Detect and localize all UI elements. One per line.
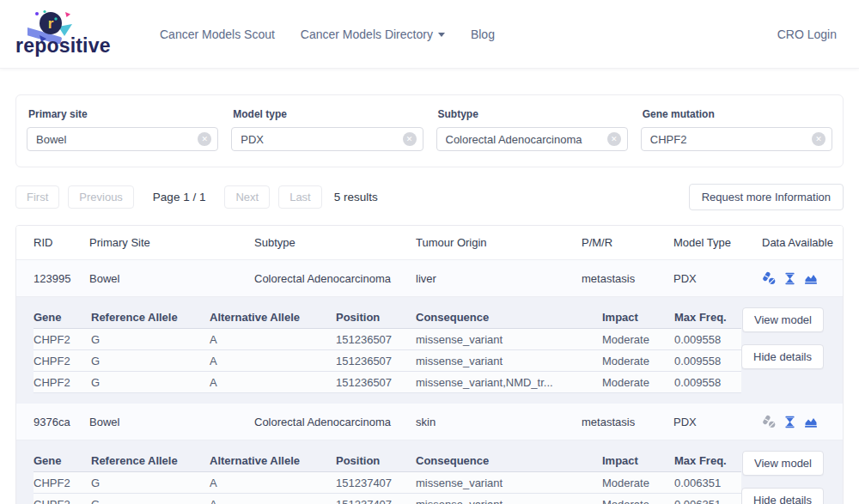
mut-col-gene: Gene — [34, 454, 91, 467]
model-type-input[interactable] — [231, 127, 423, 151]
clear-primary-site-icon[interactable]: ✕ — [198, 132, 211, 146]
mutation-details-123995: Gene Reference Allele Alternative Allele… — [16, 296, 843, 404]
mutation-row: CHPF2 G A 151237407 missense_variant Mod… — [34, 494, 741, 504]
cell-rid: 123995 — [34, 272, 89, 285]
mut-col-ref: Reference Allele — [91, 311, 210, 324]
pagination-toolbar: First Previous Page 1 / 1 Next Last 5 re… — [15, 184, 844, 210]
hide-details-button[interactable]: Hide details — [741, 488, 824, 504]
gene-mutation-label: Gene mutation — [643, 108, 832, 120]
clear-subtype-icon[interactable]: ✕ — [607, 132, 621, 146]
mut-gene: CHPF2 — [34, 477, 91, 489]
mut-max-freq: 0.009558 — [674, 333, 741, 346]
mut-col-ref: Reference Allele — [91, 454, 210, 467]
mut-alt: A — [210, 376, 336, 389]
nav-blog[interactable]: Blog — [471, 27, 495, 41]
hourglass-icon[interactable] — [783, 272, 796, 285]
col-header-subtype: Subtype — [254, 236, 416, 249]
mut-alt: A — [210, 355, 336, 367]
cell-pmr: metastasis — [582, 272, 673, 285]
mut-col-consequence: Consequence — [416, 454, 602, 467]
mut-consequence: missense_variant — [416, 477, 602, 489]
mut-gene: CHPF2 — [34, 376, 91, 389]
main-nav: Cancer Models Scout Cancer Models Direct… — [160, 27, 495, 41]
repositive-logo[interactable]: r repositive — [15, 9, 117, 59]
mutation-details-9376ca: Gene Reference Allele Alternative Allele… — [16, 440, 843, 504]
filter-primary-site: Primary site ✕ — [27, 106, 218, 151]
filter-model-type: Model type ✕ — [231, 106, 423, 151]
results-count: 5 results — [334, 191, 378, 203]
hourglass-icon[interactable] — [783, 416, 796, 428]
subtype-label: Subtype — [438, 108, 628, 120]
mut-max-freq: 0.006351 — [674, 498, 741, 504]
last-page-button[interactable]: Last — [278, 185, 322, 209]
cell-model-type: PDX — [673, 416, 762, 428]
nav-cancer-models-scout[interactable]: Cancer Models Scout — [160, 27, 275, 41]
details-actions: View model Hide details — [741, 449, 832, 504]
mut-gene: CHPF2 — [34, 498, 91, 504]
data-available-icons — [762, 415, 843, 428]
cell-tumour-origin: skin — [416, 416, 582, 428]
cell-primary-site: Bowel — [89, 272, 254, 285]
col-header-data-available: Data Available — [762, 236, 843, 249]
col-header-pmr: P/M/R — [582, 236, 673, 249]
mut-col-consequence: Consequence — [416, 311, 602, 324]
view-model-button[interactable]: View model — [742, 307, 824, 332]
mut-position: 151236507 — [336, 376, 416, 389]
mut-position: 151237407 — [336, 477, 416, 489]
filter-panel: Primary site ✕ Model type ✕ Subtype ✕ Ge… — [15, 94, 844, 167]
pills-icon[interactable] — [762, 271, 776, 285]
mut-ref: G — [91, 355, 210, 367]
cell-subtype: Colorectal Adenocarcinoma — [254, 272, 416, 285]
mutation-header-row: Gene Reference Allele Alternative Allele… — [34, 306, 741, 329]
clear-model-type-icon[interactable]: ✕ — [403, 132, 417, 146]
mut-col-impact: Impact — [602, 311, 674, 324]
mut-col-alt: Alternative Allele — [210, 454, 336, 467]
pills-icon — [762, 415, 776, 428]
clear-gene-mutation-icon[interactable]: ✕ — [812, 132, 825, 146]
brand-name: repositive — [15, 34, 111, 58]
cro-login-link[interactable]: CRO Login — [777, 27, 837, 41]
mutation-table: Gene Reference Allele Alternative Allele… — [34, 449, 741, 504]
chevron-down-icon — [438, 33, 445, 37]
model-row-123995[interactable]: 123995 Bowel Colorectal Adenocarcinoma l… — [16, 260, 843, 296]
mut-ref: G — [91, 498, 210, 504]
model-row-9376ca[interactable]: 9376ca Bowel Colorectal Adenocarcinoma s… — [16, 404, 843, 440]
area-chart-icon[interactable] — [804, 271, 818, 285]
mut-max-freq: 0.006351 — [674, 477, 741, 489]
subtype-input[interactable] — [436, 127, 628, 151]
first-page-button[interactable]: First — [15, 185, 59, 209]
results-table: RID Primary Site Subtype Tumour Origin P… — [15, 225, 844, 504]
mut-col-position: Position — [336, 454, 416, 467]
cell-model-type: PDX — [673, 272, 762, 285]
mutation-row: CHPF2 G A 151236507 missense_variant Mod… — [34, 350, 741, 372]
mut-impact: Moderate — [602, 333, 674, 346]
mut-ref: G — [91, 376, 210, 389]
col-header-primary-site: Primary Site — [89, 236, 254, 249]
mut-max-freq: 0.009558 — [674, 355, 741, 367]
mut-col-gene: Gene — [34, 311, 91, 324]
mutation-row: CHPF2 G A 151236507 missense_variant,NMD… — [34, 372, 741, 393]
view-model-button[interactable]: View model — [742, 451, 824, 476]
hide-details-button[interactable]: Hide details — [741, 344, 824, 369]
mut-position: 151236507 — [336, 333, 416, 346]
next-page-button[interactable]: Next — [224, 185, 270, 209]
gene-mutation-input[interactable] — [641, 127, 832, 151]
mut-position: 151236507 — [336, 355, 416, 367]
cell-subtype: Colorectal Adenocarcinoma — [254, 416, 416, 428]
details-actions: View model Hide details — [741, 306, 832, 369]
previous-page-button[interactable]: Previous — [68, 185, 134, 209]
mut-impact: Moderate — [602, 376, 674, 389]
mut-impact: Moderate — [602, 477, 674, 489]
primary-site-input[interactable] — [27, 127, 218, 151]
filter-gene-mutation: Gene mutation ✕ — [641, 106, 832, 151]
request-more-information-button[interactable]: Request more Information — [689, 184, 844, 210]
cell-pmr: metastasis — [582, 416, 673, 428]
nav-cancer-models-directory[interactable]: Cancer Models Directory — [301, 27, 445, 41]
mutation-header-row: Gene Reference Allele Alternative Allele… — [34, 449, 741, 472]
mut-alt: A — [210, 477, 336, 489]
model-type-label: Model type — [233, 108, 423, 120]
mutation-row: CHPF2 G A 151236507 missense_variant Mod… — [34, 329, 741, 350]
area-chart-icon[interactable] — [804, 415, 818, 428]
mut-impact: Moderate — [602, 355, 674, 367]
page-indicator: Page 1 / 1 — [153, 191, 206, 203]
